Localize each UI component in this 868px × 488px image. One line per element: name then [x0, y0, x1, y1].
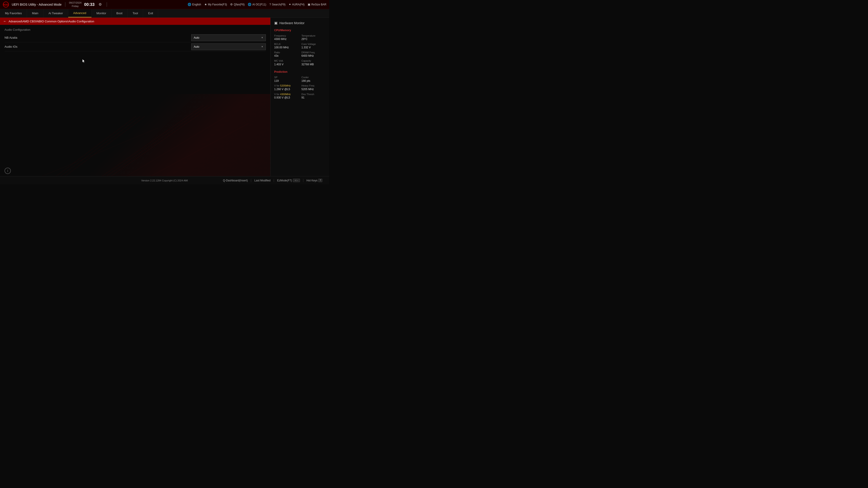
prediction-v-5205: V for 5205MHz 1.260 V @L5 — [274, 84, 298, 91]
prediction-v-4300-value: 0.930 V @L5 — [274, 96, 298, 100]
asus-rog-logo: ROG — [3, 1, 9, 8]
prediction-v-5205-label: V for 5205MHz — [274, 84, 298, 87]
prediction-cooler-label: Cooler — [302, 76, 326, 79]
tool-english-label: English — [192, 3, 201, 6]
resize-icon: ▣ — [308, 3, 310, 6]
nb-azalia-control[interactable]: Auto ▼ — [191, 34, 266, 41]
hardware-monitor-sidebar: ▣ Hardware Monitor CPU/Memory Frequency … — [270, 18, 329, 176]
prediction-title: Prediction — [274, 70, 326, 73]
info-section: i — [4, 168, 11, 174]
audio-ios-label: Audio IOs — [4, 45, 191, 48]
cpu-memory-section: CPU/Memory Frequency 4300 MHz Temperatur… — [274, 29, 326, 66]
hw-temperature-value: 29°C — [302, 37, 326, 41]
nav-advanced[interactable]: Advanced — [68, 9, 92, 18]
nav-tool[interactable]: Tool — [128, 9, 143, 18]
chevron-down-icon-2: ▼ — [261, 45, 264, 48]
prediction-cooler: Cooler 166 pts — [302, 76, 326, 83]
prediction-4300mhz-highlight: 4300MHz — [280, 93, 291, 96]
hw-ratio-label: Ratio — [274, 51, 298, 54]
prediction-dos-thresh: Dos Thresh 91 — [302, 93, 326, 100]
hw-temperature: Temperature 29°C — [302, 34, 326, 41]
breadcrumb-back-button[interactable]: ← — [3, 19, 7, 23]
nav-main[interactable]: Main — [27, 9, 43, 18]
hot-keys-key: ? — [318, 179, 322, 182]
nb-azalia-label: NB Azalia — [4, 36, 191, 39]
prediction-5205mhz-highlight: 5205MHz — [280, 84, 291, 87]
hw-frequency-label: Frequency — [274, 34, 298, 37]
question-icon: ? — [270, 3, 271, 6]
tool-my-favorite[interactable]: ★ My Favorite(F3) — [204, 3, 227, 6]
hw-dram-freq-value: 6400 MHz — [302, 54, 326, 58]
nav-exit[interactable]: Exit — [143, 9, 158, 18]
nav-monitor[interactable]: Monitor — [92, 9, 112, 18]
settings-button[interactable]: ⚙ — [97, 2, 103, 7]
ai-icon: 🌐 — [248, 3, 251, 6]
info-button[interactable]: i — [4, 168, 11, 174]
ez-mode-label: EzMode(F7) — [277, 179, 292, 182]
hw-core-voltage-value: 1.332 V — [302, 46, 326, 50]
tool-aura[interactable]: ✦ AURA(F4) — [289, 3, 305, 6]
hw-capacity: Capacity 32768 MB — [302, 59, 326, 66]
datetime-block: 09/27/2024 Friday — [69, 1, 81, 8]
prediction-v-5205-value: 1.260 V @L5 — [274, 88, 298, 91]
header-divider — [65, 2, 65, 7]
tool-qfan-label: Qfan(F6) — [234, 3, 245, 6]
nb-azalia-dropdown[interactable]: Auto ▼ — [191, 34, 266, 41]
prediction-dos-thresh-label: Dos Thresh — [302, 93, 326, 96]
monitor-icon: ▣ — [274, 21, 278, 25]
svg-text:ROG: ROG — [3, 3, 8, 6]
hw-bclk-label: BCLK — [274, 42, 298, 46]
prediction-sp-value: 119 — [274, 79, 298, 83]
hw-temperature-label: Temperature — [302, 34, 326, 37]
footer-actions: Q-Dashboard(Insert) Last Modified EzMode… — [220, 179, 326, 182]
hw-capacity-label: Capacity — [302, 59, 326, 62]
section-title: Audio Configuration — [0, 25, 270, 33]
nav-my-favorites[interactable]: My Favorites — [0, 9, 27, 18]
q-dashboard-label: Q-Dashboard(Insert) — [223, 179, 248, 182]
audio-ios-dropdown[interactable]: Auto ▼ — [191, 43, 266, 50]
hw-bclk-value: 100.00 MHz — [274, 46, 298, 50]
hot-keys-label: Hot Keys — [307, 179, 318, 182]
breadcrumb-bar: ← Advanced\AMD CBS\NBIO Common Options\A… — [0, 18, 270, 25]
nav-ai-tweaker[interactable]: Ai Tweaker — [43, 9, 68, 18]
prediction-sp: SP 119 — [274, 76, 298, 83]
prediction-heavy-freq: Heavy Freq 5205 MHz — [302, 84, 326, 91]
breadcrumb: Advanced\AMD CBS\NBIO Common Options\Aud… — [8, 20, 94, 23]
setting-row-nb-azalia: NB Azalia Auto ▼ — [4, 33, 266, 42]
tool-english[interactable]: 🌐 English — [188, 3, 201, 6]
datetime-time: 00:33 — [84, 2, 94, 6]
tool-search[interactable]: ? Search(F9) — [270, 3, 285, 6]
version-text: Version 2.22.1284 Copyright (C) 2024 AMI — [141, 179, 188, 182]
audio-ios-control[interactable]: Auto ▼ — [191, 43, 266, 50]
q-dashboard-button[interactable]: Q-Dashboard(Insert) — [220, 179, 251, 182]
star-icon: ★ — [204, 3, 207, 6]
fan-icon: ⚙ — [230, 3, 233, 6]
hw-capacity-value: 32768 MB — [302, 63, 326, 66]
ez-mode-key: ⊣→ — [293, 179, 300, 182]
tool-resize-bar-label: ReSize BAR — [311, 3, 327, 6]
hw-dram-freq: DRAM Freq. 6400 MHz — [302, 51, 326, 58]
tool-ai-oc[interactable]: 🌐 AI OC(F11) — [248, 3, 266, 6]
prediction-heavy-freq-value: 5205 MHz — [302, 88, 326, 91]
hw-core-voltage: Core Voltage 1.332 V — [302, 42, 326, 50]
tool-my-favorite-label: My Favorite(F3) — [208, 3, 227, 6]
settings-body: NB Azalia Auto ▼ Audio IOs Auto ▼ — [0, 33, 270, 176]
tool-qfan[interactable]: ⚙ Qfan(F6) — [230, 3, 245, 6]
hot-keys-button[interactable]: Hot Keys ? — [303, 179, 326, 182]
prediction-cooler-value: 166 pts — [302, 79, 326, 83]
audio-ios-value: Auto — [194, 45, 199, 48]
setting-row-audio-ios: Audio IOs Auto ▼ — [4, 42, 266, 51]
nb-azalia-value: Auto — [194, 36, 199, 39]
content-area: ← Advanced\AMD CBS\NBIO Common Options\A… — [0, 18, 270, 176]
datetime-date: 09/27/2024 — [69, 1, 81, 4]
cpu-memory-title: CPU/Memory — [274, 29, 326, 32]
nav-boot[interactable]: Boot — [112, 9, 128, 18]
tool-resize-bar[interactable]: ▣ ReSize BAR — [308, 3, 327, 6]
aura-icon: ✦ — [289, 3, 291, 6]
content-wrapper: Audio Configuration NB Azalia Auto ▼ Aud… — [0, 25, 270, 176]
chevron-down-icon: ▼ — [261, 36, 264, 39]
sidebar-title: ▣ Hardware Monitor — [274, 21, 326, 25]
tool-aura-label: AURA(F4) — [292, 3, 305, 6]
last-modified-button[interactable]: Last Modified — [251, 179, 274, 182]
ez-mode-button[interactable]: EzMode(F7) ⊣→ — [274, 179, 303, 182]
